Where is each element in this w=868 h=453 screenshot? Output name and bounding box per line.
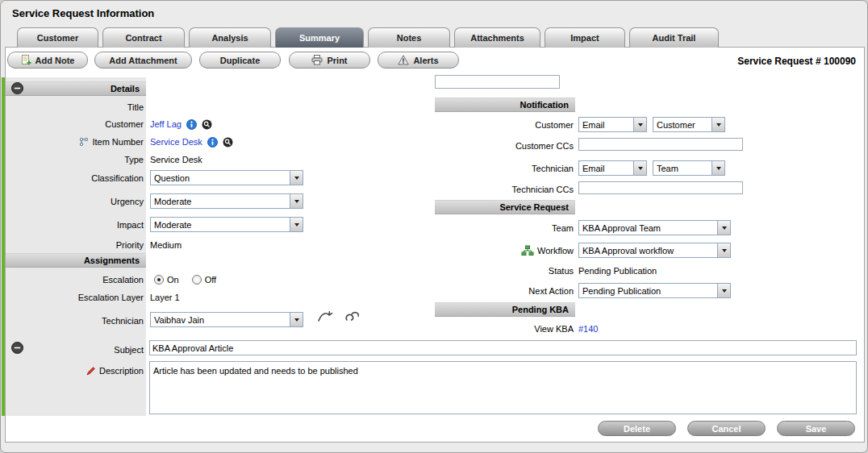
workflow-select[interactable]: KBA Approval workflow: [578, 243, 731, 258]
notification-technician-label: Technician: [435, 162, 574, 175]
tab-contract[interactable]: Contract: [102, 27, 185, 48]
duplicate-button[interactable]: Duplicate: [199, 52, 281, 69]
workflow-icon[interactable]: [521, 245, 534, 256]
view-kba-label: View KBA: [435, 322, 574, 335]
edit-pencil-icon[interactable]: [86, 366, 96, 376]
top-right-input[interactable]: [435, 75, 560, 89]
search-icon[interactable]: [223, 137, 233, 148]
add-attachment-button[interactable]: Add Attachment: [94, 52, 192, 69]
escalation-on-label: On: [167, 275, 179, 285]
type-value: Service Desk: [150, 153, 202, 166]
escalation-on-radio[interactable]: [154, 275, 164, 285]
assignments-section-header: Assignments: [6, 253, 146, 268]
escalation-off-label: Off: [205, 275, 216, 285]
technician-ccs-input[interactable]: [578, 181, 743, 194]
impact-label: Impact: [6, 218, 144, 231]
dropdown-arrow-icon: [717, 221, 730, 235]
dropdown-arrow-icon: [290, 171, 303, 185]
team-select[interactable]: KBA Approval Team: [578, 220, 731, 235]
escalate-icon[interactable]: [317, 310, 335, 323]
type-label: Type: [6, 153, 144, 166]
status-value: Pending Publication: [578, 264, 657, 277]
description-label: Description: [6, 364, 144, 377]
escalation-layer-value: Layer 1: [150, 291, 180, 304]
subject-label: Subject: [6, 343, 144, 356]
item-number-label-text: Item Number: [92, 135, 144, 148]
dropdown-arrow-icon: [633, 118, 646, 131]
item-relationship-icon: [79, 137, 89, 147]
status-label: Status: [435, 264, 574, 277]
escalation-label: Escalation: [6, 273, 144, 286]
tab-audit-trail[interactable]: Audit Trail: [629, 27, 719, 48]
print-button[interactable]: Print: [289, 52, 370, 69]
customer-ccs-input[interactable]: [578, 138, 743, 151]
dropdown-arrow-icon: [290, 313, 303, 326]
escalation-layer-label: Escalation Layer: [6, 291, 144, 304]
technician-notify-method-select[interactable]: Email: [578, 160, 647, 176]
customer-link[interactable]: Jeff Lag: [150, 119, 182, 129]
subject-input[interactable]: [149, 340, 857, 355]
tab-summary[interactable]: Summary: [275, 27, 364, 48]
info-icon[interactable]: [207, 137, 218, 148]
technician-ccs-label: Technician CCs: [435, 183, 574, 196]
add-attachment-label: Add Attachment: [109, 56, 177, 65]
description-textarea[interactable]: Article has been updated and needs to be…: [149, 361, 857, 414]
alerts-button[interactable]: Alerts: [378, 52, 459, 69]
print-icon: [311, 55, 323, 65]
notification-section-header: Notification: [435, 98, 575, 112]
print-label: Print: [327, 56, 347, 65]
request-number: Service Request # 100090: [737, 56, 856, 67]
add-note-icon: [21, 55, 31, 65]
impact-select[interactable]: Moderate: [150, 217, 303, 232]
view-kba-link[interactable]: #140: [578, 322, 598, 335]
dropdown-arrow-icon: [712, 161, 724, 175]
workflow-label-text: Workflow: [537, 244, 574, 257]
priority-label: Priority: [6, 239, 144, 251]
dropdown-arrow-icon: [290, 218, 303, 231]
technician-notify-target-select[interactable]: Team: [653, 160, 725, 176]
cancel-button[interactable]: Cancel: [687, 421, 766, 436]
left-accent-bar: [2, 77, 5, 416]
item-number-value-row: Service Desk: [150, 135, 233, 148]
customer-notify-target-select[interactable]: Customer: [653, 117, 725, 132]
tab-analysis[interactable]: Analysis: [189, 27, 271, 48]
info-icon[interactable]: [186, 119, 197, 130]
delete-button[interactable]: Delete: [598, 421, 676, 436]
technician-actions: [317, 310, 361, 322]
dropdown-arrow-icon: [717, 284, 730, 297]
tab-notes[interactable]: Notes: [368, 27, 450, 48]
dropdown-arrow-icon: [290, 194, 303, 208]
tab-attachments[interactable]: Attachments: [454, 27, 540, 48]
next-action-select[interactable]: Pending Publication: [578, 283, 731, 298]
customer-notify-method-select[interactable]: Email: [578, 117, 647, 132]
page-content: Add Note Add Attachment Duplicate Print …: [1, 1, 867, 452]
service-request-section-header: Service Request: [435, 200, 575, 214]
escalation-off-radio[interactable]: [192, 275, 202, 285]
item-number-label: Item Number: [6, 135, 144, 148]
team-label: Team: [435, 222, 574, 235]
technician-select[interactable]: Vaibhav Jain: [150, 312, 303, 327]
urgency-select[interactable]: Moderate: [150, 193, 303, 209]
classification-select[interactable]: Question: [150, 170, 303, 185]
tab-impact[interactable]: Impact: [545, 27, 625, 48]
tab-customer[interactable]: Customer: [17, 27, 98, 48]
collapse-details-icon[interactable]: [11, 82, 23, 94]
add-note-button[interactable]: Add Note: [7, 52, 88, 69]
tab-bar: Customer Contract Analysis Summary Notes…: [17, 27, 719, 48]
search-icon[interactable]: [202, 119, 212, 130]
urgency-label: Urgency: [6, 195, 144, 208]
details-section-header: Details: [6, 81, 146, 96]
next-action-label: Next Action: [435, 285, 574, 297]
item-number-link[interactable]: Service Desk: [150, 137, 202, 147]
alerts-label: Alerts: [413, 56, 438, 65]
alert-triangle-icon: [398, 55, 409, 65]
notification-customer-label: Customer: [435, 118, 574, 131]
pending-kba-section-header: Pending KBA: [435, 302, 575, 317]
reassign-icon[interactable]: [344, 310, 361, 323]
customer-value-row: Jeff Lag: [150, 118, 212, 131]
duplicate-label: Duplicate: [220, 56, 261, 65]
technician-label: Technician: [6, 314, 144, 327]
save-button[interactable]: Save: [777, 421, 855, 436]
classification-label: Classification: [6, 172, 144, 185]
customer-ccs-label: Customer CCs: [435, 139, 574, 152]
